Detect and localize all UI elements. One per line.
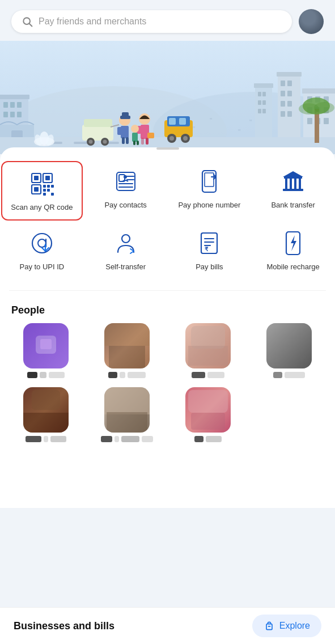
svg-rect-106 [43, 193, 46, 196]
svg-rect-8 [262, 92, 266, 96]
svg-rect-121 [294, 179, 296, 189]
action-mobile-recharge[interactable]: Mobile recharge [251, 222, 335, 279]
bottom-bar: Businesses and bills Explore [0, 607, 335, 644]
svg-rect-80 [133, 141, 135, 145]
person-item-6[interactable] [90, 387, 164, 442]
svg-point-124 [32, 234, 52, 253]
svg-rect-37 [10, 102, 15, 108]
action-bank-transfer[interactable]: Bank transfer [251, 160, 335, 222]
svg-point-61 [103, 140, 107, 144]
svg-rect-123 [283, 189, 303, 191]
svg-rect-10 [262, 100, 266, 105]
search-bar[interactable]: Pay friends and merchants [11, 10, 292, 33]
action-label-recharge: Mobile recharge [267, 262, 320, 272]
svg-rect-66 [124, 127, 129, 135]
person-name-3 [171, 372, 245, 378]
action-scan-qr[interactable]: Scan any QR code [1, 161, 83, 221]
action-label-phone: Pay phone number [178, 201, 240, 210]
pay-upi-icon [27, 228, 57, 258]
svg-rect-70 [122, 112, 129, 117]
svg-rect-19 [281, 101, 285, 107]
svg-rect-9 [258, 100, 261, 105]
svg-point-59 [89, 140, 93, 144]
svg-rect-51 [179, 118, 186, 125]
svg-rect-119 [285, 179, 287, 189]
svg-rect-41 [17, 112, 22, 117]
svg-rect-12 [262, 109, 266, 113]
svg-rect-99 [34, 187, 39, 192]
action-label-contacts: Pay contacts [104, 201, 146, 210]
svg-rect-101 [47, 185, 50, 188]
svg-rect-102 [51, 185, 54, 188]
svg-rect-79 [132, 133, 138, 142]
person-item-2[interactable] [90, 323, 164, 378]
person-avatar-7 [185, 387, 231, 433]
svg-rect-6 [254, 83, 273, 88]
svg-text:": " [193, 125, 195, 133]
svg-line-1 [29, 24, 32, 27]
people-grid [0, 323, 335, 451]
section-divider [9, 290, 326, 291]
person-name-7 [171, 436, 245, 442]
action-label-self: Self-transfer [105, 262, 146, 272]
svg-rect-68 [126, 137, 129, 144]
explore-button[interactable]: Explore [252, 615, 321, 637]
action-pay-upi[interactable]: Pay to UPI ID [0, 222, 84, 279]
action-self-transfer[interactable]: Self-transfer [84, 222, 168, 279]
action-label-scan-qr: Scan any QR code [11, 203, 73, 213]
svg-text:": " [238, 128, 240, 136]
user-avatar[interactable] [299, 9, 324, 34]
action-label-bills: Pay bills [196, 262, 223, 272]
svg-rect-74 [145, 126, 149, 134]
person-name-1 [9, 372, 83, 378]
person-name-6 [90, 436, 164, 442]
action-label-upi: Pay to UPI ID [20, 262, 65, 272]
person-avatar-5 [23, 387, 69, 433]
svg-rect-21 [281, 111, 285, 117]
svg-rect-97 [45, 176, 50, 180]
svg-rect-14 [277, 72, 302, 77]
hero-banner: " " " " [0, 41, 335, 154]
svg-rect-39 [3, 112, 8, 117]
svg-rect-129 [201, 233, 217, 253]
action-pay-bills[interactable]: ₹ Pay bills [168, 222, 252, 279]
svg-rect-15 [281, 80, 285, 86]
svg-rect-17 [281, 91, 285, 96]
svg-rect-76 [146, 138, 149, 145]
bank-transfer-icon [278, 167, 308, 196]
pay-bills-icon: ₹ [194, 228, 224, 258]
person-name-2 [90, 372, 164, 378]
explore-label: Explore [279, 621, 310, 631]
person-avatar-2 [104, 323, 150, 368]
svg-rect-115 [205, 173, 214, 187]
svg-rect-95 [34, 176, 39, 180]
svg-point-53 [169, 136, 174, 141]
svg-rect-16 [287, 80, 292, 86]
person-item-3[interactable] [171, 323, 245, 378]
svg-rect-31 [307, 118, 312, 124]
person-avatar-3 [185, 323, 231, 368]
action-pay-phone[interactable]: Pay phone number [168, 160, 252, 222]
person-item-4[interactable] [252, 323, 326, 378]
explore-bag-icon [264, 620, 275, 632]
svg-text:": " [210, 117, 212, 125]
person-item-1[interactable] [9, 323, 83, 378]
svg-rect-40 [10, 112, 15, 117]
svg-rect-75 [141, 138, 144, 145]
actions-grid: Scan any QR code Pay contacts [0, 154, 335, 288]
person-item-5[interactable] [9, 387, 83, 442]
self-transfer-icon [111, 228, 141, 258]
svg-rect-7 [258, 92, 261, 96]
svg-rect-11 [258, 109, 261, 113]
person-name-4 [252, 372, 326, 378]
svg-rect-81 [137, 141, 139, 145]
svg-point-78 [131, 125, 139, 133]
person-item-7[interactable] [171, 387, 245, 442]
svg-rect-56 [82, 125, 113, 141]
svg-rect-103 [43, 189, 46, 192]
svg-point-85 [314, 102, 334, 113]
person-name-5 [9, 436, 83, 442]
pay-contacts-icon [111, 167, 141, 196]
action-pay-contacts[interactable]: Pay contacts [84, 160, 168, 222]
svg-rect-118 [284, 177, 302, 179]
